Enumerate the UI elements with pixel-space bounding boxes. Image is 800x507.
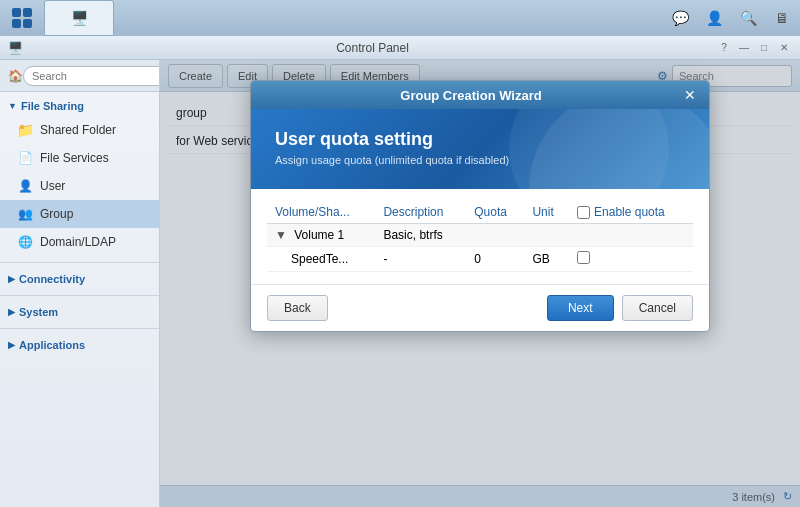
share-enable-cell (569, 247, 693, 272)
divider-3 (0, 328, 159, 329)
display-icon[interactable]: 🖥 (768, 4, 796, 32)
col-header-description: Description (375, 201, 466, 224)
sidebar-search-input[interactable] (23, 66, 160, 86)
taskbar-right: 💬 👤 🔍 🖥 (666, 4, 796, 32)
share-desc-cell: - (375, 247, 466, 272)
divider-1 (0, 262, 159, 263)
group-icon: 👥 (16, 205, 34, 223)
col-header-enable-quota: Enable quota (569, 201, 693, 224)
enable-quota-label: Enable quota (594, 205, 665, 219)
sidebar-item-label-domain: Domain/LDAP (40, 235, 116, 249)
sidebar-section-header-system[interactable]: ▶ System (0, 302, 159, 322)
connectivity-label: Connectivity (19, 273, 85, 285)
share-name-cell: SpeedTe... (267, 247, 375, 272)
col-header-volume: Volume/Sha... (267, 201, 375, 224)
chat-icon[interactable]: 💬 (666, 4, 694, 32)
applications-arrow: ▶ (8, 340, 15, 350)
sidebar-section-applications: ▶ Applications (0, 331, 159, 359)
dialog: Group Creation Wizard ✕ User quota setti… (250, 80, 710, 332)
maximize-button[interactable]: □ (756, 40, 772, 56)
sidebar-section-connectivity: ▶ Connectivity (0, 265, 159, 293)
volume-arrow: ▼ (275, 228, 287, 242)
table-share-row: SpeedTe... - 0 GB (267, 247, 693, 272)
dialog-footer-right: Next Cancel (547, 295, 693, 321)
system-arrow: ▶ (8, 307, 15, 317)
close-button[interactable]: ✕ (776, 40, 792, 56)
file-services-icon: 📄 (16, 149, 34, 167)
col-header-quota: Quota (466, 201, 524, 224)
dialog-header-title: User quota setting (275, 129, 685, 150)
dialog-overlay: Group Creation Wizard ✕ User quota setti… (160, 60, 800, 507)
sidebar-item-file-services[interactable]: 📄 File Services (0, 144, 159, 172)
window-title: Control Panel (29, 41, 716, 55)
sidebar-item-user[interactable]: 👤 User (0, 172, 159, 200)
user-icon-sidebar: 👤 (16, 177, 34, 195)
volume-desc-cell: Basic, btrfs (375, 224, 466, 247)
sidebar-item-shared-folder[interactable]: 📁 Shared Folder (0, 116, 159, 144)
dialog-footer: Back Next Cancel (251, 284, 709, 331)
sidebar-item-label-shared-folder: Shared Folder (40, 123, 116, 137)
taskbar: 🖥️ 💬 👤 🔍 🖥 (0, 0, 800, 36)
user-icon[interactable]: 👤 (700, 4, 728, 32)
content-area: 🏠 ▼ File Sharing 📁 Shared Folder 📄 File … (0, 60, 800, 507)
window-controls: ? — □ ✕ (716, 40, 792, 56)
share-unit-cell: GB (524, 247, 569, 272)
sidebar-section-header-file-sharing[interactable]: ▼ File Sharing (0, 96, 159, 116)
folder-icon: 📁 (16, 121, 34, 139)
file-sharing-arrow: ▼ (8, 101, 17, 111)
sidebar-section-file-sharing: ▼ File Sharing 📁 Shared Folder 📄 File Se… (0, 92, 159, 260)
window-titlebar: 🖥️ Control Panel ? — □ ✕ (0, 36, 800, 60)
share-name: SpeedTe... (291, 252, 348, 266)
share-enable-checkbox[interactable] (577, 251, 590, 264)
sidebar-toolbar: 🏠 (0, 60, 159, 92)
dialog-header-subtitle: Assign usage quota (unlimited quota if d… (275, 154, 685, 166)
main-window: 🖥️ Control Panel ? — □ ✕ 🏠 ▼ File Sharin… (0, 36, 800, 507)
dialog-body: Volume/Sha... Description Quota Unit Ena… (251, 189, 709, 284)
sidebar-item-label-user: User (40, 179, 65, 193)
back-button[interactable]: Back (267, 295, 328, 321)
volume-unit-cell (524, 224, 569, 247)
col-header-unit: Unit (524, 201, 569, 224)
taskbar-logo (4, 0, 40, 36)
home-button[interactable]: 🏠 (8, 64, 23, 88)
main-panel: Create Edit Delete Edit Members ⚙ group … (160, 60, 800, 507)
taskbar-app-control-panel[interactable]: 🖥️ (44, 0, 114, 36)
sidebar-item-label-file-services: File Services (40, 151, 109, 165)
system-label: System (19, 306, 58, 318)
dialog-close-button[interactable]: ✕ (681, 86, 699, 104)
quota-table: Volume/Sha... Description Quota Unit Ena… (267, 201, 693, 272)
connectivity-arrow: ▶ (8, 274, 15, 284)
window-logo: 🖥️ (8, 41, 23, 55)
volume-quota-cell (466, 224, 524, 247)
sidebar-section-system: ▶ System (0, 298, 159, 326)
dialog-header: User quota setting Assign usage quota (u… (251, 109, 709, 189)
cancel-button[interactable]: Cancel (622, 295, 693, 321)
sidebar-item-label-group: Group (40, 207, 73, 221)
search-icon[interactable]: 🔍 (734, 4, 762, 32)
sidebar-section-header-applications[interactable]: ▶ Applications (0, 335, 159, 355)
domain-icon: 🌐 (16, 233, 34, 251)
dialog-titlebar: Group Creation Wizard ✕ (251, 81, 709, 109)
share-quota-cell: 0 (466, 247, 524, 272)
dialog-title: Group Creation Wizard (261, 88, 681, 103)
sidebar: 🏠 ▼ File Sharing 📁 Shared Folder 📄 File … (0, 60, 160, 507)
volume-name-cell: ▼ Volume 1 (267, 224, 375, 247)
sidebar-section-header-connectivity[interactable]: ▶ Connectivity (0, 269, 159, 289)
minimize-button[interactable]: — (736, 40, 752, 56)
volume-enable-cell (569, 224, 693, 247)
sidebar-item-group[interactable]: 👥 Group (0, 200, 159, 228)
table-volume-row: ▼ Volume 1 Basic, btrfs (267, 224, 693, 247)
divider-2 (0, 295, 159, 296)
enable-quota-all-checkbox[interactable] (577, 206, 590, 219)
next-button[interactable]: Next (547, 295, 614, 321)
applications-label: Applications (19, 339, 85, 351)
sidebar-item-domain-ldap[interactable]: 🌐 Domain/LDAP (0, 228, 159, 256)
file-sharing-label: File Sharing (21, 100, 84, 112)
volume-name: Volume 1 (294, 228, 344, 242)
help-button[interactable]: ? (716, 40, 732, 56)
